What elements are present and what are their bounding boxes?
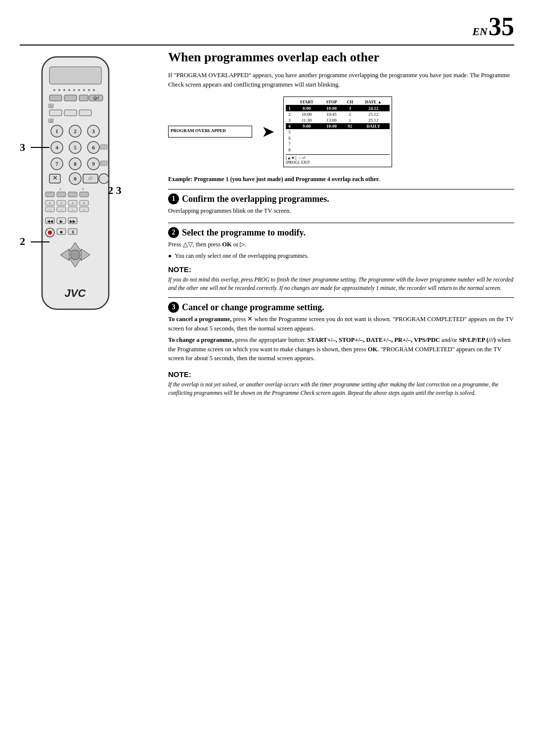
step-2-line1: Press △▽, then press OK or ▷.	[168, 240, 514, 249]
svg-text:JVC: JVC	[65, 287, 87, 299]
svg-rect-35	[100, 144, 107, 149]
svg-text:6: 6	[92, 144, 95, 150]
svg-rect-50	[45, 192, 54, 197]
table-row: 5	[286, 129, 390, 135]
svg-text:+: +	[60, 200, 62, 205]
table-row: 18:0010:00324.12	[286, 105, 390, 111]
table-row: 8	[286, 147, 390, 153]
remote-control: ⏻/I 1 2 1 2 3 4 5	[35, 54, 116, 317]
svg-text:1: 1	[50, 105, 52, 108]
step-1-section: 1 Confirm the overlapping programmes. Ov…	[168, 189, 514, 218]
step-3-cancel: To cancel a programme, press ✕ when the …	[168, 315, 514, 333]
step-2-header: 2 Select the programme to modify.	[168, 227, 514, 238]
svg-text:+: +	[71, 200, 74, 205]
svg-point-88	[70, 250, 80, 260]
step-2-bullet: ● You can only select one of the overlap…	[168, 251, 514, 260]
svg-point-79	[48, 231, 52, 235]
svg-text:9: 9	[92, 161, 95, 167]
right-column: When programmes overlap each other If "P…	[168, 49, 514, 736]
svg-text:5: 5	[74, 144, 77, 150]
svg-text:+: +	[48, 200, 51, 205]
table-row: 7	[286, 141, 390, 147]
note-1-section: NOTE: If you do not mind this overlap, p…	[168, 265, 514, 293]
prog-nav: [▲▼] → ⏎[PROG]: EXIT	[286, 154, 390, 165]
note-2-title: NOTE:	[168, 370, 514, 378]
svg-text:–: –	[48, 207, 51, 212]
svg-text:⏻/I: ⏻/I	[93, 96, 99, 100]
svg-text:1: 1	[55, 128, 58, 134]
line-3	[31, 147, 49, 148]
step-2-bullet-text: You can only select one of the overlappi…	[175, 251, 309, 260]
step-1-title: Confirm the overlapping programmes.	[182, 194, 329, 204]
step-1-number: 1	[168, 193, 179, 204]
svg-point-5	[68, 89, 70, 91]
page-header: EN 35	[472, 14, 514, 40]
svg-text:7: 7	[55, 161, 58, 167]
svg-text:–: –	[60, 207, 63, 212]
svg-rect-53	[80, 192, 89, 197]
svg-text:0: 0	[74, 176, 77, 182]
en-label: EN	[472, 25, 488, 38]
svg-rect-51	[57, 192, 66, 197]
svg-text:▶▶: ▶▶	[70, 219, 76, 224]
note-1-title: NOTE:	[168, 265, 514, 274]
table-row: 49:0010:0092DAILY	[286, 123, 390, 129]
table-row: 210:0010:45225.12	[286, 111, 390, 117]
svg-text:+: +	[83, 200, 85, 205]
svg-point-2	[53, 89, 55, 91]
step-2-body: Press △▽, then press OK or ▷. ● You can …	[168, 240, 514, 260]
svg-text:2: 2	[59, 187, 61, 191]
col-date: DATE ▲	[357, 99, 390, 105]
header-divider	[20, 45, 514, 46]
svg-rect-42	[100, 161, 107, 166]
svg-rect-19	[64, 110, 77, 116]
svg-point-3	[58, 89, 60, 91]
program-overlapped-screen: PROGRAM OVERLAPPED	[168, 126, 252, 138]
example-text: Example: Programme 1 (you have just made…	[168, 175, 514, 184]
step-3-change: To change a programme, press the appropr…	[168, 335, 514, 363]
step-1-header: 1 Confirm the overlapping programmes.	[168, 193, 514, 204]
page-title: When programmes overlap each other	[168, 49, 514, 65]
svg-text:3: 3	[92, 128, 95, 134]
svg-text:◀◀: ◀◀	[47, 219, 53, 224]
arrow-right: ➤	[262, 124, 273, 140]
svg-text:▶: ▶	[60, 219, 63, 224]
col-start: START	[293, 99, 320, 105]
col-ch: CH	[343, 99, 357, 105]
left-column: 3 2 3 2 ⏻/I	[20, 49, 158, 736]
svg-point-9	[88, 89, 90, 91]
svg-rect-13	[49, 95, 62, 101]
svg-text:■: ■	[60, 230, 62, 235]
intro-text: If "PROGRAM OVERLAPPED" appears, you hav…	[168, 71, 514, 90]
step-2-title: Select the programme to modify.	[182, 228, 306, 238]
table-row: 6	[286, 135, 390, 141]
svg-point-7	[78, 89, 80, 91]
col-stop: STOP	[320, 99, 343, 105]
svg-text:✕: ✕	[52, 174, 58, 182]
page-number: 35	[489, 14, 514, 40]
table-row: 311:3013:00125.12	[286, 117, 390, 123]
step-3-body: To cancel a programme, press ✕ when the …	[168, 315, 514, 363]
note-1-body: If you do not mind this overlap, press P…	[168, 276, 514, 293]
line-2	[31, 241, 49, 242]
svg-rect-20	[79, 110, 91, 116]
note-2-body: If the overlap is not yet solved, or ano…	[168, 380, 514, 398]
svg-rect-1	[49, 67, 101, 84]
svg-point-6	[73, 89, 75, 91]
svg-point-4	[63, 89, 65, 91]
svg-rect-14	[64, 95, 77, 101]
step-3-header: 3 Cancel or change programme setting.	[168, 302, 514, 313]
label-3-top: 3	[20, 141, 25, 154]
step-2-number: 2	[168, 227, 179, 238]
label-23: 2 3	[108, 184, 122, 197]
svg-point-49	[99, 174, 109, 184]
svg-point-8	[83, 89, 85, 91]
note-2-section: NOTE: If the overlap is not yet solved, …	[168, 370, 514, 398]
svg-text:2: 2	[74, 128, 77, 134]
main-layout: 3 2 3 2 ⏻/I	[20, 49, 514, 736]
svg-point-10	[93, 89, 95, 91]
step-2-section: 2 Select the programme to modify. Press …	[168, 223, 514, 260]
svg-rect-15	[79, 95, 88, 101]
step-3-title: Cancel or change programme setting.	[182, 302, 324, 313]
svg-rect-52	[68, 192, 77, 197]
